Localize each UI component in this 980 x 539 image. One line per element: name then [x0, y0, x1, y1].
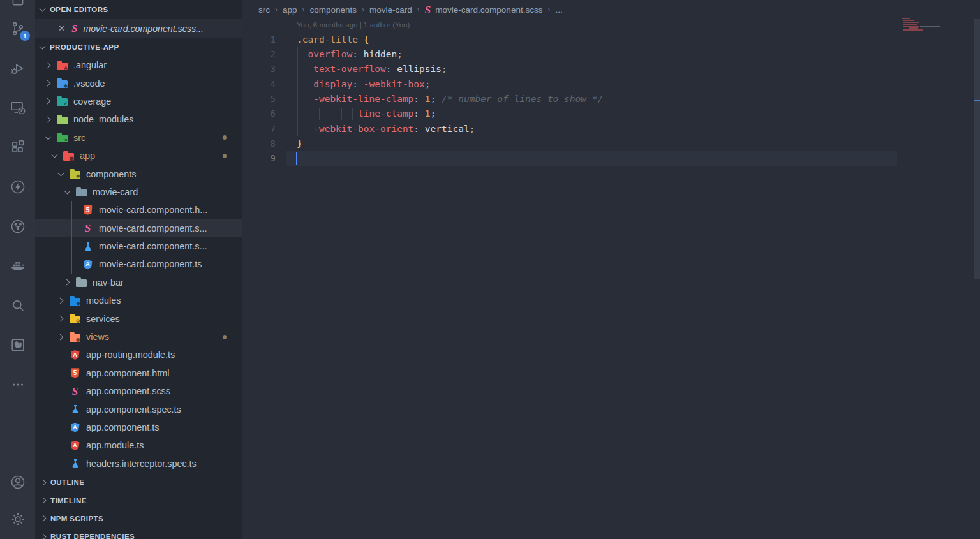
tree-item-label: src — [73, 133, 85, 143]
tree-item-movie-card-component-h-[interactable]: 5movie-card.component.h... — [35, 201, 242, 219]
chevron-down-icon — [51, 152, 57, 158]
tree-item-app-routing-module-ts[interactable]: Aapp-routing.module.ts — [35, 346, 242, 364]
code-line-8[interactable]: 8} — [242, 136, 980, 151]
project-root-header[interactable]: PRODUCTIVE-APP — [35, 38, 242, 56]
chevron-right-icon — [57, 316, 63, 322]
tree-item-services[interactable]: ⚙services — [35, 309, 242, 327]
test-flask-icon — [69, 404, 81, 415]
code-area[interactable]: 1.card-title {2 overflow: hidden;3 text-… — [242, 32, 980, 166]
tree-item--vscode[interactable]: ◆.vscode — [35, 74, 242, 92]
extensions-icon[interactable] — [0, 128, 35, 167]
tree-item-app[interactable]: ▦app — [35, 147, 242, 165]
sass-icon: S — [71, 24, 77, 33]
angular-icon: A — [71, 441, 80, 450]
open-editors-header[interactable]: OPEN EDITORS — [35, 0, 242, 19]
folder-icon: ◆ — [57, 80, 68, 88]
tree-item-node-modules[interactable]: node_modules — [35, 110, 242, 128]
tree-item-nav-bar[interactable]: nav-bar — [35, 274, 242, 292]
chevron-right-icon — [57, 334, 63, 340]
tree-item-movie-card[interactable]: movie-card — [35, 183, 242, 201]
tree-item-label: app.component.html — [86, 368, 169, 378]
tree-item-app-component-html[interactable]: 5app.component.html — [35, 364, 242, 382]
code-text: } — [276, 138, 302, 149]
code-line-5[interactable]: 5 -webkit-line-clamp: 1; /* number of li… — [242, 91, 980, 106]
vscode-window: 1 OPEN EDITORS ✕ S movie-card.component.… — [0, 0, 980, 539]
account-icon[interactable] — [0, 464, 35, 501]
tree-item-app-component-scss[interactable]: Sapp.component.scss — [35, 382, 242, 400]
code-line-1[interactable]: 1.card-title { — [242, 32, 980, 47]
code-line-4[interactable]: 4 display: -webkit-box; — [242, 77, 980, 91]
tree-item--angular[interactable]: A.angular — [35, 56, 242, 74]
breadcrumb-item[interactable]: components — [310, 5, 357, 15]
tree-item-label: app-routing.module.ts — [86, 350, 175, 360]
chevron-right-icon — [40, 533, 47, 539]
breadcrumb-separator: › — [547, 5, 550, 14]
tree-item-headers-interceptor-spec-ts[interactable]: headers.interceptor.spec.ts — [35, 455, 242, 473]
tree-item-views[interactable]: ◉views — [35, 328, 242, 346]
line-number: 8 — [242, 138, 276, 149]
test-flask-icon — [69, 458, 81, 469]
code-text: .card-title { — [276, 34, 369, 45]
code-line-3[interactable]: 3 text-overflow: ellipsis; — [242, 62, 980, 77]
tree-item-modules[interactable]: ◆modules — [35, 292, 242, 309]
breadcrumb-item[interactable]: ... — [555, 5, 562, 15]
git-graph-icon[interactable] — [0, 207, 35, 246]
tree-item-label: movie-card — [93, 187, 138, 197]
tree-item-coverage[interactable]: ✓coverage — [35, 92, 242, 110]
code-line-7[interactable]: 7 -webkit-box-orient: vertical; — [242, 121, 980, 136]
breadcrumb-item[interactable]: movie-card — [369, 5, 412, 15]
line-number: 2 — [242, 49, 276, 59]
tree-item-app-component-ts[interactable]: Aapp.component.ts — [35, 418, 242, 436]
open-editor-label: movie-card.component.scss... — [83, 24, 203, 34]
code-text: line-clamp: 1; — [276, 108, 436, 119]
angular-component-icon: A — [84, 260, 93, 269]
search-icon[interactable] — [0, 286, 35, 325]
html5-icon: 5 — [84, 205, 93, 215]
section-outline[interactable]: OUTLINE — [35, 473, 242, 491]
minimap[interactable] — [902, 18, 940, 33]
close-icon[interactable]: ✕ — [58, 24, 65, 33]
remote-explorer-icon[interactable] — [0, 88, 35, 128]
breadcrumb-item[interactable]: movie-card.component.scss — [435, 5, 542, 15]
chevron-right-icon — [63, 279, 70, 286]
tree-item-label: node_modules — [73, 114, 133, 124]
folder-icon: ⚙ — [70, 316, 80, 323]
chevron-down-icon — [40, 6, 46, 12]
line-number: 7 — [242, 124, 276, 134]
breadcrumb-item[interactable]: app — [283, 5, 297, 15]
settings-icon[interactable] — [0, 501, 35, 538]
tree-item-movie-card-component-s-[interactable]: movie-card.component.s... — [35, 237, 242, 255]
line-number: 3 — [242, 64, 276, 74]
line-number: 5 — [242, 94, 276, 104]
chevron-right-icon — [40, 498, 47, 504]
html5-icon: 5 — [71, 368, 80, 378]
more-icon[interactable] — [0, 365, 35, 404]
code-line-6[interactable]: 6 line-clamp: 1; — [242, 107, 980, 121]
tree-item-components[interactable]: ❖components — [35, 165, 242, 182]
run-debug-icon[interactable] — [0, 48, 35, 88]
tree-item-src[interactable]: ‹›src — [35, 129, 242, 147]
section-timeline[interactable]: TIMELINE — [35, 491, 242, 509]
breadcrumb-item[interactable]: src — [258, 5, 270, 15]
tree-item-movie-card-component-s-[interactable]: Smovie-card.component.s... — [35, 219, 242, 237]
tree-item-label: movie-card.component.s... — [99, 241, 207, 251]
source-control-icon[interactable]: 1 — [0, 9, 35, 48]
folder-icon: ▦ — [63, 153, 74, 161]
code-line-9[interactable]: 9 — [242, 151, 980, 166]
folder-icon: ‹› — [57, 135, 68, 142]
tree-item-movie-card-component-ts[interactable]: Amovie-card.component.ts — [35, 255, 242, 273]
explorer-icon[interactable] — [0, 0, 35, 9]
thunder-client-icon[interactable] — [0, 167, 35, 207]
section-rust-dependencies[interactable]: RUST DEPENDENCIES — [35, 528, 242, 539]
section-label: OUTLINE — [50, 478, 84, 486]
folder-icon — [57, 117, 68, 124]
code-line-2[interactable]: 2 overflow: hidden; — [242, 47, 980, 61]
postgresql-icon[interactable] — [0, 325, 35, 365]
git-modified-dot — [223, 154, 227, 158]
chevron-right-icon — [44, 116, 50, 122]
section-npm-scripts[interactable]: NPM SCRIPTS — [35, 510, 242, 528]
docker-icon[interactable] — [0, 246, 35, 286]
tree-item-app-component-spec-ts[interactable]: app.component.spec.ts — [35, 400, 242, 418]
tree-item-app-module-ts[interactable]: Aapp.module.ts — [35, 436, 242, 454]
open-editor-item[interactable]: ✕ S movie-card.component.scss... — [35, 19, 242, 38]
